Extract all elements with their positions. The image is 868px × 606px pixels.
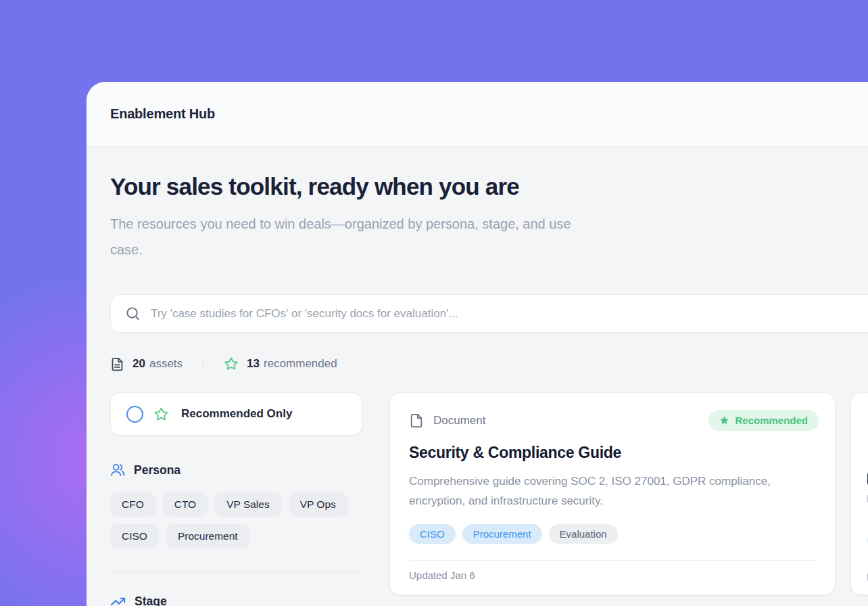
star-icon [153, 406, 169, 422]
stats-divider [203, 357, 203, 371]
toggle-circle-icon[interactable] [126, 406, 143, 423]
tag-procurement: Procurement [462, 524, 542, 544]
enablement-hub-panel: Enablement Hub Your sales toolkit, ready… [87, 82, 868, 606]
stage-filter-header: Stage [110, 594, 362, 606]
page-title: Your sales toolkit, ready when you are [110, 173, 868, 200]
card-description-line: Comprehensive guide covering SOC 2, ISO … [409, 471, 819, 491]
persona-chip-vp-ops[interactable]: VP Ops [289, 492, 347, 517]
page-subtitle: The resources you need to win deals—orga… [110, 211, 868, 262]
persona-chip-cfo[interactable]: CFO [110, 492, 155, 517]
users-icon [110, 463, 125, 477]
search-icon [125, 306, 141, 321]
card-description: Comprehensive guide covering SOC 2, ISO … [409, 471, 819, 511]
stats-row: 20 assets 13 recommended [110, 356, 868, 371]
panel-header: Enablement Hub [87, 82, 868, 147]
card-title: Security & Compliance Guide [409, 444, 819, 462]
recommended-badge: Recommended [708, 410, 819, 431]
persona-chip-vp-sales[interactable]: VP Sales [215, 492, 281, 517]
tag-evaluation: Evaluation [549, 524, 618, 544]
recommended-only-toggle[interactable]: Recommended Only [110, 392, 362, 436]
recommended-badge-label: Recommended [735, 415, 808, 426]
file-icon [409, 413, 424, 428]
recommended-count: 13 [247, 357, 260, 371]
persona-filter-header: Persona [110, 463, 362, 477]
card-top-row: Document Recommended [409, 409, 819, 432]
assets-count: 20 [132, 357, 145, 371]
filters-sidebar: Recommended Only Persona CFO [110, 392, 362, 606]
card-type-label: Document [433, 414, 485, 427]
persona-chip-ciso[interactable]: CISO [110, 524, 159, 549]
app-title: Enablement Hub [110, 106, 215, 122]
panel-body: Your sales toolkit, ready when you are T… [87, 173, 868, 606]
asset-cards: Document Recommended Security & Complian… [389, 392, 868, 595]
recommended-label: recommended [264, 357, 337, 371]
stage-filter-label: Stage [135, 595, 167, 606]
card-updated: Updated Jan 6 [409, 561, 819, 581]
card-tags: CISO Procurement Evaluation [409, 524, 819, 544]
recommended-only-label: Recommended Only [181, 407, 292, 421]
trending-up-icon [110, 594, 126, 606]
page-subtitle-line: The resources you need to win deals—orga… [110, 211, 868, 237]
persona-chip-cto[interactable]: CTO [163, 492, 208, 517]
search-bar[interactable] [110, 294, 868, 333]
persona-filter-label: Persona [134, 463, 180, 477]
persona-chips: CFO CTO VP Sales VP Ops CISO Procurement [110, 492, 362, 549]
asset-card-security-compliance-guide[interactable]: Document Recommended Security & Complian… [389, 392, 836, 595]
content-area: Recommended Only Persona CFO [110, 392, 868, 606]
star-icon [224, 356, 239, 371]
card-type: Document [409, 413, 485, 428]
tag-ciso: CISO [409, 524, 456, 544]
file-text-icon [110, 357, 124, 371]
asset-card-partial[interactable] [850, 392, 868, 595]
star-filled-icon [719, 415, 729, 425]
page-subtitle-line: case. [110, 237, 868, 262]
assets-label: assets [149, 357, 183, 371]
card-description-line: encryption, and infrastructure security. [409, 491, 819, 511]
persona-chip-procurement[interactable]: Procurement [166, 524, 249, 549]
sidebar-divider [110, 571, 362, 572]
search-input[interactable] [151, 307, 868, 321]
